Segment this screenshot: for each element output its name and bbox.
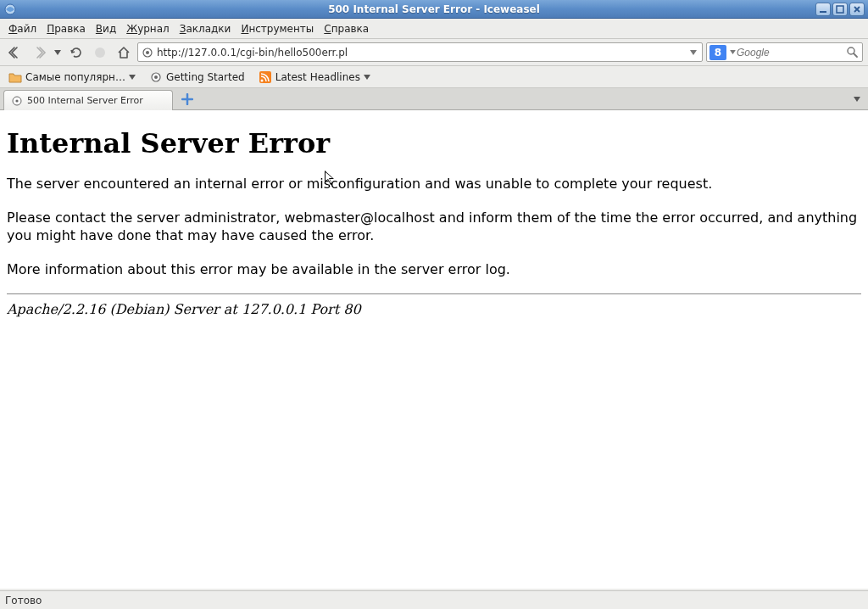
maximize-button[interactable]	[832, 3, 848, 16]
window-controls	[815, 3, 865, 16]
new-tab-button[interactable]	[178, 91, 197, 108]
page-heading: Internal Server Error	[7, 127, 861, 159]
svg-point-12	[15, 99, 18, 102]
page-icon	[149, 70, 163, 84]
svg-point-10	[260, 79, 263, 81]
status-bar: Готово	[0, 590, 868, 609]
stop-button[interactable]	[90, 42, 110, 63]
svg-point-8	[154, 75, 158, 79]
bookmark-label: Getting Started	[166, 71, 245, 83]
search-box[interactable]: 8	[706, 42, 863, 62]
rss-icon	[259, 70, 272, 84]
home-button[interactable]	[114, 42, 134, 63]
server-signature: Apache/2.2.16 (Debian) Server at 127.0.0…	[7, 301, 861, 317]
nav-history-dropdown[interactable]	[53, 43, 63, 62]
bookmark-most-visited[interactable]: Самые популярн…	[5, 69, 139, 86]
url-input[interactable]	[157, 47, 687, 59]
tab-label: 500 Internal Server Error	[27, 95, 165, 106]
svg-rect-2	[837, 6, 843, 13]
forward-button[interactable]	[29, 42, 49, 63]
search-engine-dropdown[interactable]	[728, 50, 737, 54]
bookmark-label: Latest Headlines	[275, 71, 360, 83]
folder-icon	[8, 70, 22, 84]
menu-tools[interactable]: Инструменты	[236, 20, 319, 37]
tab-list-dropdown[interactable]	[849, 92, 865, 107]
menu-edit[interactable]: Правка	[42, 20, 91, 37]
app-icon	[3, 3, 17, 16]
menu-file[interactable]: Файл	[3, 20, 42, 37]
chevron-down-icon	[129, 75, 136, 80]
menu-bookmarks[interactable]: Закладки	[175, 20, 236, 37]
bookmark-latest-headlines[interactable]: Latest Headlines	[255, 69, 374, 86]
menu-view[interactable]: Вид	[91, 20, 121, 37]
page-content: Internal Server Error The server encount…	[0, 110, 868, 589]
error-paragraph-1: The server encountered an internal error…	[7, 175, 861, 193]
svg-point-5	[146, 51, 149, 54]
navigation-toolbar: 8	[0, 39, 868, 66]
window-titlebar: 500 Internal Server Error - Iceweasel	[0, 0, 868, 19]
divider	[7, 293, 861, 294]
site-favicon	[141, 46, 154, 59]
tab-active[interactable]: 500 Internal Server Error	[3, 90, 173, 110]
tab-favicon	[11, 95, 23, 107]
bookmark-getting-started[interactable]: Getting Started	[146, 69, 248, 86]
error-paragraph-3: More information about this error may be…	[7, 260, 861, 279]
menu-bar: Файл Правка Вид Журнал Закладки Инструме…	[0, 19, 868, 39]
url-dropdown[interactable]	[687, 47, 699, 59]
tab-bar: 500 Internal Server Error	[0, 88, 868, 110]
error-paragraph-2: Please contact the server administrator,…	[7, 209, 861, 245]
menu-history[interactable]: Журнал	[121, 20, 175, 37]
bookmarks-bar: Самые популярн… Getting Started Latest H…	[0, 66, 868, 88]
url-bar[interactable]	[137, 42, 703, 62]
svg-point-3	[95, 47, 105, 58]
window-title: 500 Internal Server Error - Iceweasel	[0, 3, 868, 15]
status-text: Готово	[5, 595, 42, 606]
search-engine-icon: 8	[709, 45, 726, 60]
search-input[interactable]	[737, 47, 846, 59]
menu-help[interactable]: Справка	[319, 20, 374, 37]
back-button[interactable]	[5, 42, 25, 63]
close-button[interactable]	[849, 3, 865, 16]
search-go-icon[interactable]	[846, 46, 860, 59]
chevron-down-icon	[364, 75, 370, 80]
bookmark-label: Самые популярн…	[25, 71, 125, 83]
minimize-button[interactable]	[815, 3, 831, 16]
svg-rect-1	[820, 11, 826, 13]
reload-button[interactable]	[66, 42, 86, 63]
